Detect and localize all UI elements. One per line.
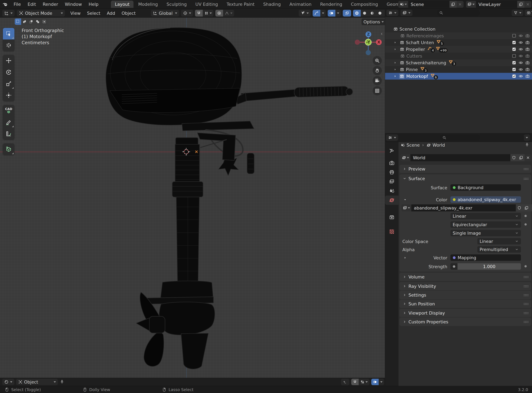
tab-rendering[interactable]: Rendering	[316, 1, 346, 8]
shading-solid-button[interactable]	[361, 10, 368, 16]
shading-rendered-button[interactable]	[376, 10, 384, 16]
tool-cad-transform[interactable]: CAD	[3, 105, 14, 117]
outliner-row-motorkopf[interactable]: Motorkopf 6	[385, 73, 532, 79]
transform-orientation-dropdown[interactable]: Global	[151, 10, 179, 16]
menu-render[interactable]: Render	[39, 2, 61, 7]
tab-texture[interactable]	[385, 227, 398, 236]
pin-icon[interactable]	[60, 380, 64, 384]
tool-scale[interactable]	[3, 78, 14, 89]
sidebar-collapse-arrow[interactable]: ‹	[381, 31, 383, 36]
disable-render-camera-icon[interactable]	[525, 47, 530, 51]
panel-drag-dots[interactable]	[523, 303, 528, 305]
panel-drag-dots[interactable]	[523, 321, 528, 323]
tab-view-layer[interactable]	[385, 177, 398, 186]
menu-select[interactable]: Select	[84, 11, 104, 16]
vector-mapping-field[interactable]: Mapping	[451, 254, 521, 261]
image-name-field[interactable]: abandoned_slipway_4k.exr	[411, 204, 516, 211]
surface-shader-field[interactable]: Background	[451, 184, 521, 191]
fake-user-shield-button[interactable]	[510, 154, 518, 161]
outliner-editor-type-button[interactable]	[386, 10, 398, 16]
gizmo-axis-negz[interactable]	[366, 50, 371, 55]
panel-drag-dots[interactable]	[523, 276, 528, 278]
menu-add[interactable]: Add	[104, 11, 118, 16]
scene-unlink-button[interactable]	[456, 1, 464, 8]
panel-viewport-display[interactable]: Viewport Display	[399, 309, 531, 317]
panel-drag-dots[interactable]	[523, 168, 528, 170]
hide-eye-icon[interactable]	[518, 54, 523, 58]
properties-editor-type-button[interactable]	[386, 134, 398, 141]
exclude-checkbox[interactable]	[512, 74, 516, 79]
tool-cursor[interactable]	[3, 39, 14, 51]
viewlayer-browse-button[interactable]	[466, 1, 476, 8]
world-copy-button[interactable]	[518, 154, 524, 161]
expand-arrow-icon[interactable]	[393, 48, 397, 51]
tab-uv-editing[interactable]: UV Editing	[191, 1, 222, 8]
select-subtract-button[interactable]	[28, 19, 34, 25]
expand-arrow-icon[interactable]	[393, 68, 397, 71]
tab-compositing[interactable]: Compositing	[347, 1, 382, 8]
shading-material-button[interactable]	[368, 10, 376, 16]
outliner-search-input[interactable]	[437, 10, 480, 16]
mode-dropdown[interactable]: Object Mode	[17, 10, 65, 16]
perspective-toggle-button[interactable]	[373, 86, 382, 95]
panel-surface-header[interactable]: Surface	[399, 174, 531, 183]
strength-slider[interactable]: 1.000	[451, 263, 521, 270]
camera-view-button[interactable]	[373, 76, 382, 85]
snap-toggle[interactable]	[195, 10, 203, 16]
tool-select-box[interactable]	[3, 28, 14, 39]
proportional-falloff-dropdown[interactable]	[223, 10, 234, 16]
menu-window[interactable]: Window	[62, 2, 85, 7]
viewlayer-remove-button[interactable]	[524, 1, 531, 8]
hide-eye-icon[interactable]	[518, 34, 523, 38]
hide-eye-icon[interactable]	[518, 60, 523, 65]
tool-options-dropdown[interactable]: Options	[361, 19, 385, 25]
select-intersect-button[interactable]	[41, 19, 48, 25]
expand-arrow-icon[interactable]	[393, 41, 397, 44]
menu-view[interactable]: View	[67, 11, 84, 16]
outliner-filter-dropdown[interactable]	[512, 10, 523, 16]
bottom-editor-type-button[interactable]	[2, 379, 14, 385]
hide-eye-icon[interactable]	[518, 74, 523, 79]
proportional-editing-toggle[interactable]	[215, 10, 223, 16]
menu-help[interactable]: Help	[85, 2, 102, 7]
hide-eye-icon[interactable]	[518, 47, 523, 51]
tool-annotate[interactable]	[3, 117, 14, 128]
show-gizmo-toggle[interactable]	[313, 10, 320, 16]
outliner-row-pinne[interactable]: Pinne 3	[385, 66, 532, 73]
world-name-field[interactable]: World	[410, 154, 510, 161]
tab-scene[interactable]	[385, 186, 398, 196]
tab-animation[interactable]: Animation	[285, 1, 316, 8]
tab-shading[interactable]: Shading	[259, 1, 285, 8]
bottom-mode-dropdown[interactable]: Object	[16, 379, 58, 385]
tool-rotate[interactable]	[3, 66, 14, 78]
tab-texture-paint[interactable]: Texture Paint	[223, 1, 259, 8]
outliner-display-mode-dropdown[interactable]	[400, 10, 412, 16]
bottom-snap-dropdown[interactable]	[359, 379, 369, 385]
alpha-dropdown[interactable]: Premultiplied	[477, 246, 521, 253]
viewlayer-new-button[interactable]	[517, 1, 524, 8]
panel-sun-position[interactable]: Sun Position	[399, 300, 531, 308]
world-browse-button[interactable]	[400, 154, 410, 161]
disable-render-camera-icon[interactable]	[525, 40, 530, 45]
xray-toggle[interactable]	[343, 10, 351, 16]
recover-last-button[interactable]	[341, 379, 349, 385]
exclude-checkbox[interactable]	[512, 40, 516, 45]
hide-eye-icon[interactable]	[518, 67, 523, 72]
tool-measure[interactable]	[3, 128, 14, 140]
animate-dot[interactable]	[524, 265, 527, 267]
select-extend-button[interactable]	[21, 19, 28, 25]
blender-logo-icon[interactable]	[3, 2, 8, 7]
pan-hand-button[interactable]	[373, 66, 382, 75]
outliner-row-cutters[interactable]: Cutters	[385, 53, 532, 59]
editor-type-button[interactable]	[2, 10, 14, 16]
image-copy-button[interactable]	[523, 204, 530, 211]
gizmo-axis-y[interactable]: -Y	[365, 39, 372, 45]
panel-volume[interactable]: Volume	[399, 273, 531, 281]
bottom-snap-toggle[interactable]	[351, 379, 359, 385]
panel-ray-visibility[interactable]: Ray Visibility	[399, 282, 531, 290]
breadcrumb-world[interactable]: World	[432, 142, 445, 147]
gizmo-dropdown[interactable]	[320, 10, 326, 16]
menu-file[interactable]: File	[10, 2, 24, 7]
expand-arrow-icon[interactable]	[393, 74, 397, 78]
gizmo-axis-x[interactable]: X	[376, 39, 382, 45]
